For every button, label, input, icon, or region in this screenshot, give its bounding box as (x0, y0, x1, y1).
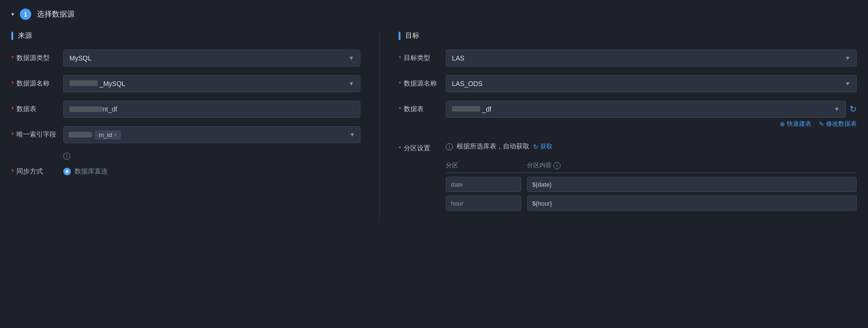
partition-table-header: 分区 分区内容 i (446, 158, 857, 173)
quick-create-label: 快速建表 (787, 120, 811, 128)
source-section-bar (11, 32, 13, 40)
target-type-control: LAS ▼ (446, 50, 857, 67)
partition-col-name-header: 分区 (446, 161, 521, 170)
data-table-refresh-btn[interactable]: ↻ (850, 104, 857, 114)
target-type-label: * 目标类型 (399, 54, 446, 62)
data-source-name-value: _MySQL (69, 80, 125, 87)
unique-index-control: m_id × ▼ (63, 126, 360, 143)
partition-header: * 分区设置 i 根据所选库表，自动获取 ↻ 获取 (399, 142, 857, 155)
partition-row: * 分区设置 i 根据所选库表，自动获取 ↻ 获取 (399, 142, 857, 215)
data-table-label-text-right: 数据表 (404, 105, 424, 113)
data-table-suffix-right: _df (482, 105, 491, 113)
data-table-row-inner: * 数据表 _df ▼ ↻ (399, 101, 857, 118)
data-source-type-value: MySQL (69, 54, 92, 62)
chevron-icon[interactable]: ▾ (11, 11, 14, 17)
data-source-name-value-right: LAS_ODS (452, 80, 483, 87)
data-table-label-right: * 数据表 (399, 105, 446, 113)
required-star-8: * (399, 105, 401, 113)
data-source-name-label-text-right: 数据源名称 (404, 79, 437, 88)
unique-index-row: * 唯一索引字段 m_id × ▼ (11, 126, 360, 143)
data-table-with-refresh: _df ▼ ↻ (446, 101, 857, 118)
fetch-btn[interactable]: ↻ 获取 (533, 142, 553, 151)
info-icon-partition[interactable]: i (446, 143, 453, 150)
fetch-label: 获取 (540, 142, 553, 151)
sync-method-label: * 同步方式 (11, 167, 63, 176)
step-title: 选择数据源 (37, 9, 75, 19)
partition-col-content-header: 分区内容 i (527, 161, 857, 170)
partition-value-1[interactable]: ${date} (527, 177, 857, 192)
blurred-text-1 (69, 80, 98, 86)
data-source-name-label-right: * 数据源名称 (399, 79, 446, 88)
data-source-name-control-right: LAS_ODS ▼ (446, 75, 857, 92)
sync-method-control: 数据库直连 (63, 167, 360, 176)
info-icon-1[interactable]: i (63, 153, 70, 160)
partition-value-2[interactable]: ${hour} (527, 196, 857, 211)
partition-name-1: date (446, 177, 521, 192)
step-badge: 1 (20, 9, 31, 20)
partition-table: 分区 分区内容 i date ${date} hour ${ (446, 158, 857, 215)
data-table-input-left[interactable]: nt_df (63, 101, 360, 118)
partition-control: i 根据所选库表，自动获取 ↻ 获取 (446, 142, 857, 155)
required-star-5: * (11, 168, 14, 175)
partition-row-2: hour ${hour} (446, 196, 857, 211)
data-source-name-dropdown-icon-right: ▼ (845, 80, 851, 87)
two-col-layout: 来源 * 数据源类型 MySQL ▼ * 数据源名 (11, 31, 857, 223)
data-table-control-right: _df ▼ ↻ (446, 101, 857, 118)
target-section-header: 目标 (399, 31, 857, 40)
data-table-row-right: * 数据表 _df ▼ ↻ (399, 101, 857, 134)
data-source-type-label-text: 数据源类型 (17, 54, 50, 62)
data-source-name-row-right: * 数据源名称 LAS_ODS ▼ (399, 75, 857, 92)
required-star-6: * (399, 54, 401, 62)
sync-method-row: * 同步方式 数据库直连 (11, 167, 360, 176)
target-section-title: 目标 (405, 31, 419, 40)
data-source-name-dropdown-icon: ▼ (349, 80, 354, 87)
sync-method-radio[interactable]: 数据库直连 (63, 167, 360, 176)
data-source-name-select[interactable]: _MySQL ▼ (63, 75, 360, 92)
page-container: ▾ 1 选择数据源 来源 * 数据源类型 MySQL ▼ (0, 0, 868, 232)
modify-table-label: 修改数据表 (826, 120, 857, 128)
required-star-4: * (11, 131, 14, 138)
data-source-name-select-right[interactable]: LAS_ODS ▼ (446, 75, 857, 92)
data-source-type-label: * 数据源类型 (11, 54, 63, 62)
blurred-text-3 (68, 132, 92, 138)
tag-value: m_id (99, 131, 112, 138)
modify-table-link[interactable]: ✎ 修改数据表 (819, 120, 857, 128)
blurred-text-2 (69, 106, 102, 112)
sync-method-value: 数据库直连 (75, 167, 108, 176)
target-type-dropdown-icon: ▼ (845, 55, 851, 61)
partition-header-row: i 根据所选库表，自动获取 ↻ 获取 (446, 142, 857, 151)
required-star-7: * (399, 80, 401, 87)
data-table-control-left: nt_df (63, 101, 360, 118)
data-table-label-left: * 数据表 (11, 105, 63, 113)
radio-circle (63, 168, 71, 175)
unique-index-dropdown-icon: ▼ (349, 131, 355, 138)
required-star-3: * (11, 105, 14, 113)
source-section-header: 来源 (11, 31, 360, 40)
partition-label: * 分区设置 (399, 144, 446, 153)
data-table-label-text-left: 数据表 (17, 105, 36, 113)
target-type-select[interactable]: LAS ▼ (446, 50, 857, 67)
target-type-label-text: 目标类型 (404, 54, 430, 62)
data-table-value-right: _df (452, 105, 491, 113)
unique-index-tag-box[interactable]: m_id × ▼ (63, 126, 360, 143)
partition-hint-text: 根据所选库表，自动获取 (457, 142, 529, 151)
required-star-9: * (399, 145, 401, 152)
unique-index-tag: m_id × (95, 130, 121, 139)
sync-method-label-text: 同步方式 (17, 167, 43, 176)
source-section-title: 来源 (18, 31, 32, 40)
data-source-name-row: * 数据源名称 _MySQL ▼ (11, 75, 360, 92)
info-icon-partition-content[interactable]: i (553, 162, 561, 169)
data-source-name-label: * 数据源名称 (11, 79, 63, 88)
data-source-type-select[interactable]: MySQL ▼ (63, 50, 360, 67)
partition-col-content-text: 分区内容 (527, 161, 552, 170)
tag-close-icon[interactable]: × (114, 132, 117, 138)
data-source-name-control: _MySQL ▼ (63, 75, 360, 92)
data-source-type-row: * 数据源类型 MySQL ▼ (11, 50, 360, 67)
data-table-row-left: * 数据表 nt_df (11, 101, 360, 118)
data-table-select-right[interactable]: _df ▼ (446, 101, 846, 118)
col-left: 来源 * 数据源类型 MySQL ▼ * 数据源名 (11, 31, 380, 223)
data-table-suffix-left: nt_df (102, 105, 117, 113)
quick-create-link[interactable]: ⊕ 快速建表 (780, 120, 811, 128)
partition-name-2: hour (446, 196, 521, 211)
required-star-1: * (11, 54, 14, 62)
